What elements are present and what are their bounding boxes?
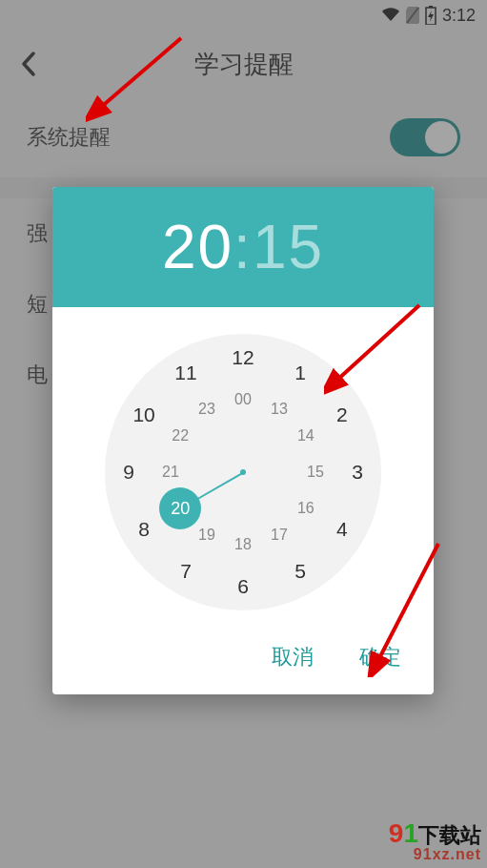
clock-hour-21[interactable]: 21 [162, 464, 179, 481]
clock-hour-8[interactable]: 8 [138, 518, 150, 541]
clock-hour-22[interactable]: 22 [172, 427, 189, 444]
time-colon: : [233, 213, 253, 281]
clock-center [240, 469, 246, 475]
clock-hour-17[interactable]: 17 [271, 527, 288, 544]
clock-hour-6[interactable]: 6 [237, 575, 249, 598]
analog-clock-face[interactable]: 121234567891011001314151617181920212223 [105, 334, 381, 610]
clock-hour-23[interactable]: 23 [198, 401, 215, 418]
watermark-url: 91xz.net [389, 847, 481, 862]
clock-hour-5[interactable]: 5 [294, 560, 306, 583]
minute-value[interactable]: 15 [253, 213, 324, 281]
clock-hour-15[interactable]: 15 [307, 464, 324, 481]
clock-area: 121234567891011001314151617181920212223 [52, 307, 434, 628]
clock-hour-3[interactable]: 3 [352, 461, 363, 484]
clock-selected-hour[interactable]: 20 [159, 487, 201, 529]
clock-hour-16[interactable]: 16 [297, 500, 315, 517]
watermark: 91下载站 91xz.net [389, 820, 481, 862]
time-display-header: 20:15 [52, 187, 434, 307]
cancel-button[interactable]: 取消 [272, 643, 314, 672]
clock-hour-2[interactable]: 2 [336, 403, 348, 426]
clock-hour-19[interactable]: 19 [198, 527, 215, 544]
clock-hour-11[interactable]: 11 [174, 362, 196, 384]
time-display: 20:15 [162, 212, 324, 282]
watermark-1: 1 [403, 818, 418, 848]
ok-button[interactable]: 确定 [359, 643, 401, 672]
clock-hour-4[interactable]: 4 [336, 518, 348, 541]
time-picker-dialog: 20:15 1212345678910110013141516171819202… [52, 187, 434, 694]
clock-hour-12[interactable]: 12 [232, 346, 254, 369]
watermark-9: 9 [389, 818, 404, 848]
watermark-cn: 下载站 [418, 823, 481, 847]
clock-hour-1[interactable]: 1 [294, 362, 306, 384]
dialog-actions: 取消 确定 [52, 628, 434, 694]
clock-hour-13[interactable]: 13 [271, 401, 288, 418]
clock-hand [197, 471, 244, 500]
clock-hour-7[interactable]: 7 [180, 560, 192, 583]
clock-hour-10[interactable]: 10 [132, 403, 154, 426]
hour-value[interactable]: 20 [162, 213, 233, 281]
clock-hour-00[interactable]: 00 [234, 391, 252, 408]
clock-hour-14[interactable]: 14 [297, 427, 315, 444]
clock-hour-9[interactable]: 9 [123, 461, 134, 484]
clock-hour-18[interactable]: 18 [234, 536, 252, 553]
